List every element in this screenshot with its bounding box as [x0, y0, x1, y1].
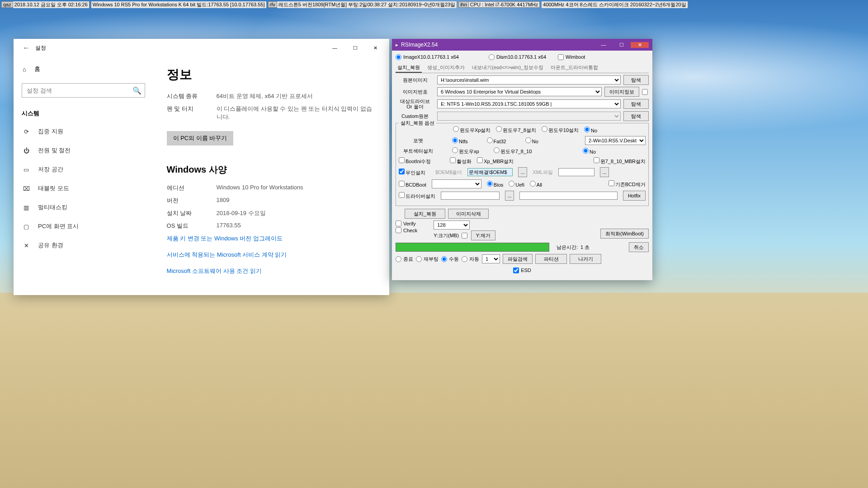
image-info-button[interactable]: 이미지정보 [604, 87, 639, 97]
sidebar-item-storage[interactable]: ▭저장 공간 [14, 160, 153, 179]
fmtno-radio[interactable]: No [525, 137, 538, 144]
maximize-button[interactable]: ☐ [345, 41, 365, 55]
bcd-combo[interactable] [432, 179, 481, 188]
shutdown-radio[interactable]: 종료 [396, 256, 413, 263]
settings-window: ← 설정 — ☐ ✕ ⌂ 홈 🔍 시스템 ⟳집중 지원 ⏻전원 및 절전 ▭저장… [14, 39, 389, 295]
page-title: 정보 [167, 66, 376, 83]
delete-image-button[interactable]: 이미지삭제 [448, 209, 489, 219]
format-combo[interactable]: 2-Win10.RS5.V.Deskt [585, 136, 646, 145]
multitask-icon: ▥ [23, 204, 30, 211]
driver-check[interactable]: 드라이버설치 [399, 192, 435, 200]
xpmbr-check[interactable]: Xp_MBR설치 [477, 157, 514, 165]
rs-minimize[interactable]: — [594, 42, 613, 48]
content: 정보 시스템 종류64비트 운영 체제, x64 기반 프로세서 펜 및 터치이… [153, 57, 389, 295]
unattend-check[interactable]: 무인설치 [399, 169, 425, 176]
xml-input[interactable] [558, 168, 594, 176]
wimboot-check[interactable]: Wimboot [558, 54, 585, 60]
optimize-button[interactable]: 최적화(WimBoot) [600, 229, 649, 239]
driver-input[interactable] [441, 192, 500, 200]
bootini-check[interactable]: BootIni수정 [399, 157, 431, 165]
all-radio[interactable]: All [530, 181, 542, 188]
tab-create[interactable]: 생성_이미지추가 [425, 63, 467, 73]
tab-bar: 설치_복원 생성_이미지추가 내보내기(esd<=>wim)_정보수정 마운트_… [396, 63, 649, 73]
tablet-icon: ⌧ [23, 185, 30, 192]
storage-icon: ▭ [23, 166, 30, 173]
options-group: 설치_복원 옵션 윈도우Xp설치 윈도우7_8설치 윈도우10설치 No 포멧 … [396, 123, 649, 206]
section-label: 시스템 [14, 103, 153, 122]
tab-mount[interactable]: 마운트_드라이버통합 [549, 63, 600, 73]
browse-target-button[interactable]: 탐색 [623, 99, 649, 109]
browse-custom-button[interactable]: 탐색 [623, 111, 649, 121]
sidebar-item-power[interactable]: ⏻전원 및 절전 [14, 141, 153, 160]
partition-button[interactable]: 파티션 [535, 254, 567, 264]
winxp-radio[interactable]: 윈도우Xp설치 [453, 126, 491, 134]
rs-titlebar[interactable]: ▸ RSImageX2.54 — ☐ ✕ [392, 39, 652, 51]
target-combo[interactable]: E: NTFS 1-Win10.RS5.2019.LTSC.181005 59G… [437, 99, 621, 108]
bootno-radio[interactable]: No [583, 148, 596, 155]
manual-radio[interactable]: 수동 [441, 256, 459, 263]
search-file-button[interactable]: 파일검색 [503, 254, 533, 264]
rs-close[interactable]: ✕ [631, 42, 649, 48]
close-button[interactable]: ✕ [365, 41, 386, 55]
image-num-combo[interactable]: 6 Windows 10 Enterprise for Virtual Desk… [437, 87, 602, 96]
check-check[interactable]: Check [396, 227, 417, 233]
deletebcd-check[interactable]: 기존BCD제거 [609, 180, 646, 188]
search-icon: 🔍 [132, 86, 142, 95]
reboot-radio[interactable]: 재부팅 [416, 256, 439, 263]
back-button[interactable]: ← [17, 44, 35, 52]
sidebar-item-focus[interactable]: ⟳집중 지원 [14, 122, 153, 141]
verify-check[interactable]: Verify [396, 221, 417, 226]
xml-browse-button[interactable]: ... [600, 167, 609, 177]
winno-radio[interactable]: No [584, 127, 597, 133]
search-input[interactable] [22, 83, 145, 98]
esd-check[interactable]: ESD [513, 267, 531, 273]
ntfs-radio[interactable]: Ntfs [452, 137, 468, 144]
home-link[interactable]: ⌂ 홈 [14, 61, 153, 78]
w78mbr-check[interactable]: 윈7_8_10_MBR설치 [594, 157, 646, 165]
install-button[interactable]: 설치_복원 [405, 209, 445, 219]
imagex-radio[interactable]: ImageX10.0.17763.1 x64 [396, 54, 459, 60]
tab-install[interactable]: 설치_복원 [396, 63, 422, 73]
driver-browse-button[interactable]: ... [505, 191, 514, 201]
titlebar[interactable]: ← 설정 — ☐ ✕ [14, 39, 389, 57]
image-info-check[interactable] [642, 89, 648, 95]
share-icon: ✕ [23, 242, 30, 249]
activate-check[interactable]: 활성화 [450, 157, 472, 165]
uefi-radio[interactable]: Uefi [509, 181, 524, 188]
bootxp-radio[interactable]: 윈도우xp [452, 147, 479, 155]
link-license[interactable]: Microsoft 소프트웨어 사용 조건 읽기 [167, 267, 376, 275]
verify-combo[interactable]: 128 [434, 221, 470, 230]
bottom-combo[interactable]: 1 [482, 254, 500, 263]
sidebar-item-share[interactable]: ✕공유 환경 [14, 236, 153, 255]
boot78-radio[interactable]: 윈도우7_8_10 [494, 147, 532, 155]
sidebar-item-project[interactable]: ▢PC에 화면 표시 [14, 217, 153, 236]
hotfix-input[interactable] [519, 192, 618, 200]
sidebar-item-tablet[interactable]: ⌧태블릿 모드 [14, 179, 153, 198]
custom-combo[interactable] [437, 112, 621, 121]
ysize-check[interactable] [462, 233, 467, 239]
yremove-button[interactable]: Y:제거 [471, 230, 495, 240]
win10-radio[interactable]: 윈도우10설치 [542, 126, 579, 134]
browse-src-button[interactable]: 탐색 [623, 75, 649, 85]
fat32-radio[interactable]: Fat32 [487, 137, 506, 144]
bcdboot-check[interactable]: BCDBoot [399, 181, 426, 188]
exit-button[interactable]: 나가기 [570, 254, 601, 264]
win78-radio[interactable]: 윈도우7_8설치 [496, 126, 536, 134]
auto-radio[interactable]: 자동 [462, 256, 479, 263]
hotfix-button[interactable]: Hotfix [623, 191, 646, 201]
oem-input[interactable] [467, 168, 513, 176]
rs-maximize[interactable]: ☐ [613, 42, 631, 48]
tab-export[interactable]: 내보내기(esd<=>wim)_정보수정 [470, 63, 545, 73]
minimize-button[interactable]: — [325, 41, 345, 55]
dism-radio[interactable]: Dism10.0.17763.1 x64 [489, 54, 546, 60]
bios-radio[interactable]: Bios [487, 181, 503, 188]
src-image-combo[interactable]: H:\sources\install.wim [437, 75, 621, 84]
oem-browse-button[interactable]: ... [518, 167, 527, 177]
section-heading: Windows 사양 [167, 164, 376, 176]
rename-button[interactable]: 이 PC의 이름 바꾸기 [167, 131, 234, 145]
link-change-key[interactable]: 제품 키 변경 또는 Windows 버전 업그레이드 [167, 235, 376, 243]
progress-bar [396, 243, 549, 252]
link-service-terms[interactable]: 서비스에 적용되는 Microsoft 서비스 계약 읽기 [167, 251, 376, 259]
sidebar-item-multitask[interactable]: ▥멀티태스킹 [14, 198, 153, 217]
cancel-button[interactable]: 취소 [629, 242, 649, 252]
